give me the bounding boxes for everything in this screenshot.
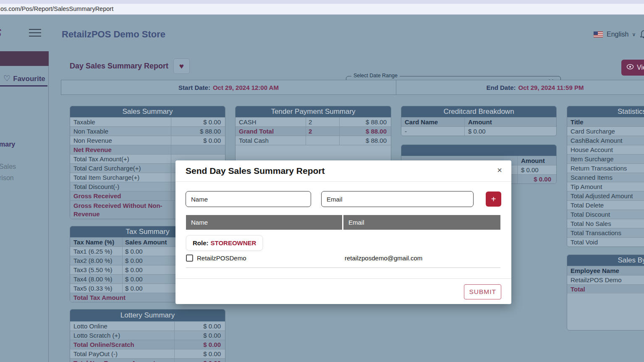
row-value: $ 0.00 bbox=[122, 284, 175, 293]
row-value: $ 88.00 bbox=[171, 127, 222, 136]
row-label: Item Surcharge bbox=[571, 155, 614, 163]
sidebar-item-sales[interactable]: Sales bbox=[0, 163, 16, 171]
row-count: 2 bbox=[306, 118, 339, 126]
url-text[interactable]: os.com/Pos/Report/SalesSummaryReport bbox=[0, 5, 113, 12]
row-value: $ 0.00 bbox=[171, 118, 222, 126]
sidebar: ♡Favourite mary Sales rison bbox=[0, 51, 49, 362]
browser-top-strip bbox=[0, 0, 644, 4]
row-label: Lotto Scratch (+) bbox=[73, 332, 120, 339]
favourite-underline bbox=[0, 85, 47, 87]
table-row: Total Cash$ 88.00 bbox=[236, 136, 391, 145]
table-row: Total Discount bbox=[567, 210, 644, 219]
table-row: House Account bbox=[567, 145, 644, 154]
table-header-row: Title bbox=[567, 117, 644, 126]
start-date-cell: Start Date: Oct 29, 2024 12:00 AM bbox=[61, 80, 396, 94]
column-header: Card Name bbox=[405, 118, 464, 126]
lottery-summary-table: Lottery Summary Lotto Online$ 0.00 Lotto… bbox=[70, 309, 225, 362]
table-row: Total Non Revenue Amount$ 0.00 bbox=[70, 358, 225, 362]
browser-address-bar[interactable]: os.com/Pos/Report/SalesSummaryReport bbox=[0, 0, 644, 15]
language-selector[interactable]: English ∨ bbox=[593, 31, 636, 38]
start-date-label: Start Date: bbox=[178, 84, 210, 91]
start-end-date-bar: Start Date: Oct 29, 2024 12:00 AM End Da… bbox=[61, 80, 644, 95]
sales-by-table: Sales By Employee Name RetailzPOS Demo T… bbox=[567, 254, 644, 331]
row-label: Tax2 (8.00 %) bbox=[73, 257, 122, 264]
table-row: Card Surcharge bbox=[567, 126, 644, 136]
row-value: $ 0.00 bbox=[517, 175, 553, 184]
modal-input-row: + bbox=[186, 191, 501, 207]
favourite-heart-button[interactable]: ♥ bbox=[173, 58, 190, 74]
table-title: Creditcard Breakdown bbox=[401, 106, 556, 117]
table-row: Total Transactions bbox=[567, 228, 644, 237]
row-value: $ 0.00 bbox=[174, 349, 222, 358]
sidebar-item-summary[interactable]: mary bbox=[0, 141, 15, 148]
sidebar-favourite[interactable]: ♡Favourite bbox=[1, 73, 48, 83]
email-input[interactable] bbox=[321, 191, 474, 207]
row-label: Gross Received Without Non-Revenue bbox=[73, 202, 173, 218]
row-count: 2 bbox=[306, 127, 339, 136]
start-date-value: Oct 29, 2024 12:00 AM bbox=[213, 84, 279, 91]
row-label: Taxable bbox=[73, 118, 95, 126]
row-value: $ 0.00 bbox=[171, 136, 222, 145]
recipient-row: RetailzPOSDemo retailzposdemo@gmail.com bbox=[186, 254, 500, 262]
submit-button[interactable]: SUBMIT bbox=[464, 284, 501, 299]
date-range-legend: Select Date Range bbox=[351, 73, 400, 79]
modal-footer: SUBMIT bbox=[175, 278, 511, 304]
creditcard-breakdown-table: Creditcard Breakdown Card NameAmount -$ … bbox=[401, 106, 557, 136]
column-header: Amount bbox=[517, 156, 553, 165]
row-label: Total No Sales bbox=[571, 220, 611, 227]
table-row: Total Void bbox=[567, 237, 644, 247]
role-value: STOREOWNER bbox=[211, 239, 257, 247]
row-label: Total Void bbox=[571, 239, 598, 246]
column-header: Title bbox=[571, 118, 584, 126]
table-row: CASH2$ 88.00 bbox=[236, 117, 391, 126]
heart-outline-icon: ♡ bbox=[3, 74, 10, 83]
hamburger-menu-icon[interactable] bbox=[29, 29, 41, 39]
language-label: English bbox=[607, 31, 628, 38]
row-label: Total Adjusted Amount bbox=[571, 192, 633, 199]
view-button[interactable]: View bbox=[621, 60, 644, 76]
table-title bbox=[401, 145, 556, 156]
recipient-checkbox[interactable] bbox=[186, 254, 193, 262]
recipient-table-header: Name Email bbox=[186, 215, 500, 230]
table-row: Tip Amount bbox=[567, 182, 644, 191]
column-header-name: Name bbox=[186, 215, 342, 230]
row-label: CASH bbox=[239, 118, 306, 126]
row-label: Grand Total bbox=[239, 128, 306, 135]
table-title: Sales Summary bbox=[70, 106, 225, 117]
row-value: $ 0.00 bbox=[122, 275, 175, 283]
us-flag-icon bbox=[593, 31, 603, 38]
bell-icon[interactable] bbox=[640, 30, 644, 41]
divider bbox=[186, 268, 500, 268]
row-value: $ 0.00 bbox=[174, 359, 222, 362]
retailzpos-logo[interactable]: POS bbox=[0, 26, 2, 40]
row-label: Total Non Revenue Amount bbox=[73, 359, 155, 362]
row-label: Total Discount bbox=[571, 211, 610, 218]
row-value: $ 0.00 bbox=[517, 165, 553, 174]
add-recipient-button[interactable]: + bbox=[486, 191, 501, 207]
sidebar-selected-block[interactable] bbox=[0, 51, 49, 66]
row-value: $ 0.00 bbox=[174, 322, 222, 331]
table-row: RetailzPOS Demo bbox=[567, 275, 644, 284]
row-label: Total Tax Amount(+) bbox=[73, 155, 129, 163]
row-label: Total Transactions bbox=[571, 229, 621, 236]
view-button-label: View bbox=[637, 64, 644, 71]
role-chip: Role:STOREOWNER bbox=[186, 235, 263, 251]
table-row: Return Transactions bbox=[567, 163, 644, 173]
row-label: Total Online/Scratch bbox=[73, 341, 134, 348]
modal-header: Send Day Sales Summary Report × bbox=[175, 160, 511, 182]
table-row: Item Surcharge bbox=[567, 154, 644, 163]
chevron-down-icon: ∨ bbox=[632, 31, 636, 37]
column-header: Sales Amount bbox=[122, 238, 175, 247]
row-label: Net Revenue bbox=[73, 146, 112, 153]
row-label: Total Item Surcharge(+) bbox=[73, 174, 139, 181]
row-value: $ 0.00 bbox=[122, 265, 175, 274]
sidebar-item-comparison[interactable]: rison bbox=[0, 174, 14, 182]
table-header-row: Card NameAmount bbox=[401, 117, 556, 126]
row-label: Card Surcharge bbox=[571, 128, 615, 135]
row-label: Total bbox=[571, 286, 585, 293]
table-row: Taxable$ 0.00 bbox=[70, 117, 225, 126]
close-icon[interactable]: × bbox=[497, 165, 502, 175]
row-count bbox=[306, 136, 339, 145]
row-label: RetailzPOS Demo bbox=[571, 276, 622, 283]
name-input[interactable] bbox=[186, 191, 311, 207]
